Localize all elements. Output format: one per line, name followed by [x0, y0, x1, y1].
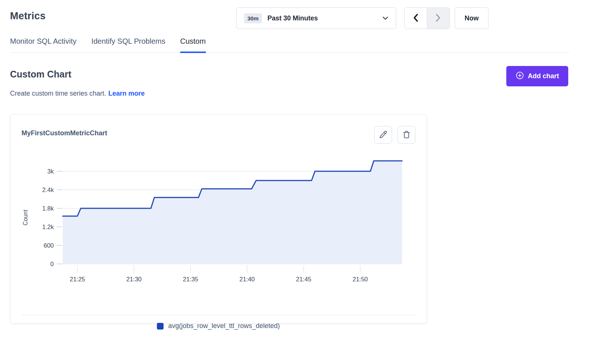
time-range-label: Past 30 Minutes [267, 14, 377, 22]
svg-text:2.4k: 2.4k [42, 186, 54, 193]
svg-text:0: 0 [50, 261, 54, 267]
svg-text:21:30: 21:30 [126, 276, 142, 282]
section-subtitle: Create custom time series chart.Learn mo… [10, 90, 145, 97]
edit-chart-button[interactable] [374, 126, 392, 144]
now-button[interactable]: Now [455, 7, 488, 29]
legend-swatch [157, 323, 164, 330]
time-range-badge: 30m [244, 13, 262, 23]
plus-circle-icon [516, 71, 524, 82]
custom-chart-card: MyFirstCustomMetricChart 06001.2k1.8k2.4… [10, 114, 427, 324]
chevron-down-icon [382, 15, 388, 21]
learn-more-link[interactable]: Learn more [108, 90, 145, 97]
chart-title: MyFirstCustomMetricChart [22, 129, 107, 137]
next-interval-button[interactable] [427, 8, 450, 29]
svg-text:600: 600 [43, 242, 54, 249]
chevron-right-icon [435, 13, 441, 23]
chevron-left-icon [413, 13, 418, 23]
svg-text:21:35: 21:35 [183, 276, 198, 282]
svg-text:21:25: 21:25 [70, 276, 85, 282]
svg-text:Count: Count [22, 209, 29, 225]
add-chart-button[interactable]: Add chart [506, 66, 568, 86]
svg-text:21:50: 21:50 [353, 276, 368, 282]
time-range-dropdown[interactable]: 30m Past 30 Minutes [236, 7, 396, 29]
tab-custom[interactable]: Custom [180, 37, 206, 53]
legend-series-label: avg(jobs_row_level_ttl_rows_deleted) [168, 322, 280, 330]
metrics-page: Metrics 30m Past 30 Minutes Now Monitor … [0, 0, 612, 364]
tab-monitor-sql-activity[interactable]: Monitor SQL Activity [10, 37, 76, 53]
section-subtitle-text: Create custom time series chart. [10, 90, 106, 97]
time-step-buttons [404, 7, 450, 29]
svg-text:3k: 3k [47, 168, 54, 175]
pencil-icon [379, 130, 387, 140]
page-title: Metrics [10, 10, 46, 22]
tab-bar: Monitor SQL Activity Identify SQL Proble… [10, 37, 570, 53]
time-series-chart[interactable]: 06001.2k1.8k2.4k3k21:2521:3021:3521:4021… [22, 153, 416, 285]
chart-legend: avg(jobs_row_level_ttl_rows_deleted) [10, 322, 427, 330]
tab-identify-sql-problems[interactable]: Identify SQL Problems [91, 37, 165, 53]
legend-divider [22, 315, 415, 315]
delete-chart-button[interactable] [398, 126, 415, 144]
section-title: Custom Chart [10, 69, 71, 80]
svg-text:1.8k: 1.8k [42, 205, 54, 212]
add-chart-label: Add chart [528, 72, 559, 80]
trash-icon [402, 130, 411, 140]
svg-text:1.2k: 1.2k [42, 224, 54, 230]
previous-interval-button[interactable] [405, 8, 427, 29]
svg-text:21:40: 21:40 [240, 276, 255, 282]
svg-text:21:45: 21:45 [296, 276, 311, 282]
